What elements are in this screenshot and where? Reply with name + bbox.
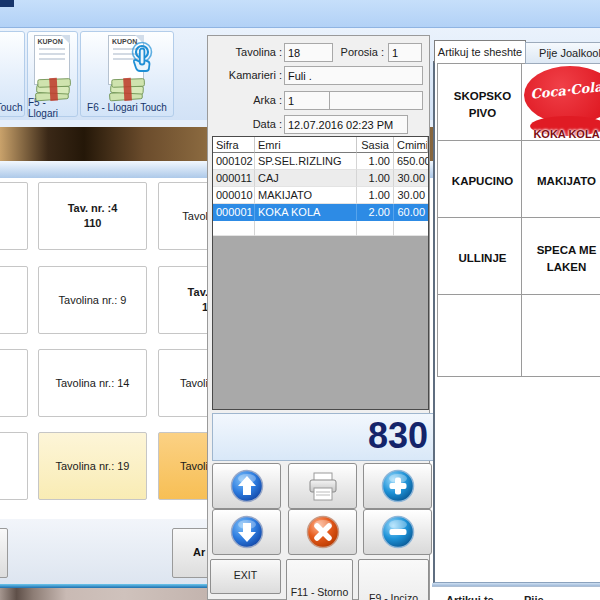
- arka-label: Arka :: [208, 92, 282, 108]
- table-button-partial[interactable]: [0, 182, 28, 250]
- cancel-item-button[interactable]: [288, 509, 357, 555]
- cell-emri: SP.SEL.RIZLING: [255, 153, 357, 170]
- toolbar-button-f5-llogari[interactable]: KUPON F5 - Llogari: [27, 31, 78, 117]
- product-button-makijato[interactable]: MAKIJATO: [521, 140, 600, 223]
- money-stack-icon: [106, 77, 148, 103]
- kupon-receipt-money-icon: KUPON: [105, 35, 149, 97]
- arrow-up-icon: [229, 468, 265, 504]
- cell-sifra: 000001: [213, 204, 255, 221]
- f11-storno-button[interactable]: F11 - Storno Incizo: [286, 559, 353, 600]
- table-row[interactable]: 000011 CAJ 1.00 30.00: [213, 170, 428, 187]
- toolbar-button-f6-llogari-touch[interactable]: KUPON F6 - L: [80, 31, 174, 117]
- kamarieri-label: Kamarieri :: [208, 67, 282, 83]
- cell-cmimi: 30.00: [394, 187, 428, 204]
- cell-sasia: 2.00: [357, 204, 394, 221]
- table-button-partial[interactable]: [0, 349, 28, 417]
- table-button-label: Tavolina nr.: 9: [59, 293, 127, 308]
- move-up-button[interactable]: [212, 463, 281, 509]
- cell-sifra: 000010: [213, 187, 255, 204]
- add-item-button[interactable]: [363, 463, 432, 509]
- cell-cmimi: 60.00: [394, 204, 428, 221]
- table-button-tav-4[interactable]: Tav. nr. :4 110: [38, 182, 147, 250]
- cell-emri: KOKA KOLA: [255, 204, 357, 221]
- remove-item-button[interactable]: [363, 509, 432, 555]
- porosia-label: Porosia :: [328, 44, 384, 60]
- tab-pije-joalkoolike[interactable]: Pije Joalkoolike: [525, 42, 600, 64]
- column-header-cmimi[interactable]: Cmimi: [394, 137, 428, 153]
- cell-emri: CAJ: [255, 170, 357, 187]
- table-button-tavolina-9[interactable]: Tavolina nr.: 9: [38, 266, 147, 334]
- product-button-ullinje[interactable]: ULLINJE: [437, 217, 528, 300]
- cell-sasia: 1.00: [357, 153, 394, 170]
- toolbar-button-label: Touch: [0, 99, 26, 116]
- product-label: ULLINJE: [459, 250, 507, 266]
- cell-sasia: 1.00: [357, 170, 394, 187]
- table-button-tavolina-14[interactable]: Tavolina nr.: 14: [38, 349, 147, 417]
- table-row[interactable]: 000102 SP.SEL.RIZLING 1.00 650.00: [213, 153, 428, 170]
- tab-artikuj-te-sheshte[interactable]: Artikuj te sheshte: [434, 40, 526, 63]
- printer-icon: [305, 468, 341, 504]
- partial-section-label: Pije: [524, 594, 544, 600]
- data-label: Data :: [208, 116, 282, 132]
- toolbar-button-partial-touch[interactable]: Touch: [0, 31, 25, 117]
- cell-emri: MAKIJATO: [255, 187, 357, 204]
- table-button-sublabel: 110: [84, 216, 102, 231]
- product-button-empty[interactable]: [437, 294, 528, 377]
- arka-extra-field[interactable]: [329, 91, 423, 110]
- column-header-emri[interactable]: Emri: [255, 137, 357, 153]
- product-button-speca-me-laken[interactable]: SPECA ME LAKEN: [521, 217, 600, 300]
- product-button-koka-kola[interactable]: Coca·Cola KOKA KOLA: [521, 63, 600, 146]
- product-label: MAKIJATO: [537, 173, 596, 189]
- porosia-field[interactable]: [388, 43, 422, 62]
- column-header-sasia[interactable]: Sasia: [357, 137, 394, 153]
- plus-icon: [380, 468, 416, 504]
- table-button-label: Tavoli: [180, 459, 208, 474]
- product-label: KAPUCINO: [452, 173, 513, 189]
- f9-incizo-button[interactable]: F9 - Incizo: [358, 559, 429, 600]
- cell-cmimi: 650.00: [394, 153, 428, 170]
- cell-sifra: 000011: [213, 170, 255, 187]
- table-row-selected[interactable]: 000001 KOKA KOLA 2.00 60.00: [213, 204, 428, 221]
- order-items-table: Sifra Emri Sasia Cmimi 000102 SP.SEL.RIZ…: [212, 136, 429, 410]
- page-fold-icon: [61, 35, 70, 44]
- data-field[interactable]: [284, 115, 408, 134]
- footer-button-label: Ar: [193, 546, 205, 558]
- table-button-label: Tavolina nr.: 14: [56, 376, 130, 391]
- pos-app-window: Touch KUPON F5 - Llogari: [0, 0, 600, 600]
- table-button-partial[interactable]: [0, 266, 28, 334]
- f9-button-label: F9 - Incizo: [359, 592, 428, 600]
- toolbar-icon-area: [0, 32, 24, 99]
- product-label: SKOPSKO PIVO: [440, 88, 525, 120]
- move-down-button[interactable]: [212, 509, 281, 555]
- product-button-skopsko-pivo[interactable]: SKOPSKO PIVO: [437, 63, 528, 146]
- footer-button-partial[interactable]: [0, 528, 8, 578]
- minus-icon: [380, 514, 416, 550]
- kamarieri-field[interactable]: [284, 66, 423, 85]
- kupon-receipt-money-icon: KUPON: [31, 35, 75, 97]
- money-stack-icon: [32, 77, 74, 103]
- arrow-down-icon: [229, 514, 265, 550]
- cancel-icon: [305, 514, 341, 550]
- table-button-tavolina-19[interactable]: Tavolina nr.: 19: [38, 432, 147, 500]
- table-button-partial[interactable]: [0, 432, 28, 500]
- column-header-sifra[interactable]: Sifra: [213, 137, 255, 153]
- tavolina-field[interactable]: [284, 43, 333, 62]
- exit-button[interactable]: EXIT: [210, 559, 281, 594]
- table-button-label: Tav.: [188, 285, 208, 300]
- table-row[interactable]: 000010 MAKIJATO 1.00 30.00: [213, 187, 428, 204]
- table-button-label: Tavoli: [180, 376, 208, 391]
- arka-field[interactable]: [284, 91, 333, 110]
- product-label: SPECA ME LAKEN: [532, 242, 600, 274]
- cell-cmimi: 30.00: [394, 170, 428, 187]
- tavolina-label: Tavolina :: [208, 44, 282, 60]
- cell-sasia: 1.00: [357, 187, 394, 204]
- product-button-kapucino[interactable]: KAPUCINO: [437, 140, 528, 223]
- bottom-partial-panel: Artikuj te Pije: [432, 586, 600, 600]
- articles-grid: SKOPSKO PIVO Coca·Cola KOKA KOLA KAPUCIN…: [433, 61, 600, 583]
- bottom-photo-strip: [0, 588, 207, 600]
- table-row-empty[interactable]: [213, 221, 428, 236]
- product-button-empty[interactable]: [521, 294, 600, 377]
- partial-section-label: Artikuj te: [446, 594, 494, 600]
- order-panel: Tavolina : Porosia : Kamarieri : Arka : …: [207, 35, 430, 600]
- print-button[interactable]: [288, 463, 357, 509]
